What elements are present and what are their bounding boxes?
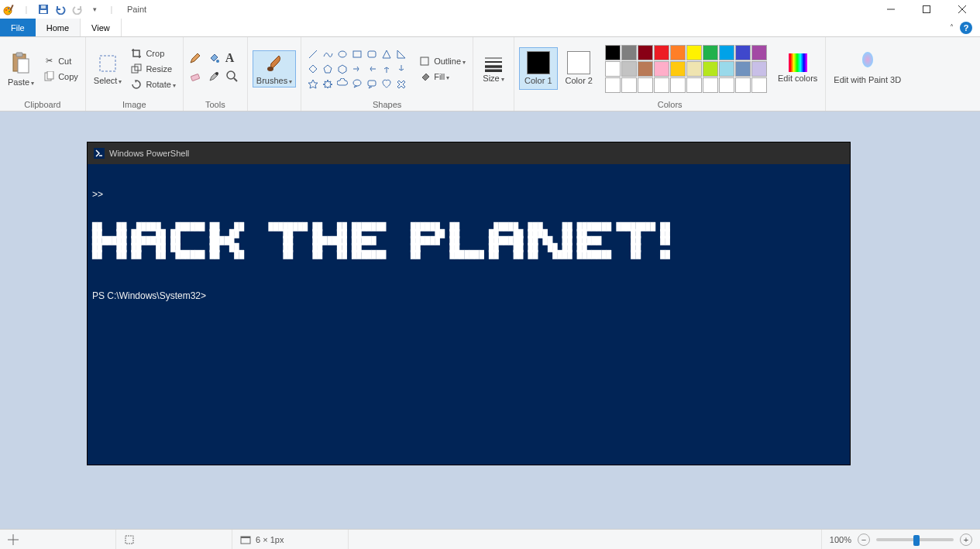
cut-button[interactable]: ✂Cut <box>40 54 81 68</box>
color-swatch[interactable] <box>719 77 734 93</box>
color-swatch[interactable] <box>703 61 718 77</box>
selection-icon <box>124 534 135 545</box>
color-swatch[interactable] <box>621 61 637 77</box>
crosshair-icon <box>8 534 19 545</box>
svg-rect-17 <box>100 56 115 71</box>
qat-customize-icon[interactable]: ▾ <box>88 3 101 15</box>
zoom-slider[interactable] <box>876 538 954 541</box>
outline-icon <box>418 55 431 67</box>
color-swatch[interactable] <box>686 61 702 77</box>
color-swatch[interactable] <box>703 77 718 93</box>
group-paint3d: Edit with Paint 3D <box>826 37 909 111</box>
color-swatch[interactable] <box>735 77 751 93</box>
svg-line-24 <box>234 78 237 81</box>
color-swatch[interactable] <box>751 61 767 77</box>
svg-rect-7 <box>41 5 46 9</box>
shape-fill-button[interactable]: Fill <box>416 70 468 84</box>
fill-tool[interactable] <box>207 51 224 68</box>
magnifier-tool[interactable] <box>225 70 242 87</box>
zoom-level: 100% <box>830 535 851 544</box>
paint-app-icon <box>3 3 15 15</box>
help-icon[interactable]: ? <box>960 22 972 34</box>
ribbon-collapse-icon[interactable]: ˄ <box>950 23 954 32</box>
color-swatch[interactable] <box>751 45 767 60</box>
tab-view[interactable]: View <box>81 19 122 36</box>
copy-icon <box>43 70 55 83</box>
rotate-button[interactable]: Rotate <box>128 77 177 91</box>
zoom-out-button[interactable]: − <box>858 534 870 546</box>
color-swatch[interactable] <box>751 77 767 93</box>
window-title: Paint <box>127 5 146 14</box>
eraser-tool[interactable] <box>188 70 205 87</box>
svg-point-37 <box>353 80 361 86</box>
edit-colors-button[interactable]: Edit colors <box>775 52 820 84</box>
color-swatch[interactable] <box>670 61 686 77</box>
color1-button[interactable]: Color 1 <box>519 47 557 89</box>
group-colors: Color 1 Color 2 Edit colors Colors <box>514 37 826 111</box>
color-swatch[interactable] <box>686 77 702 93</box>
minimize-button[interactable] <box>873 0 909 19</box>
brushes-button[interactable]: Brushes <box>253 50 296 87</box>
color-swatch[interactable] <box>605 61 621 77</box>
rainbow-icon <box>789 53 807 72</box>
color-swatch[interactable] <box>719 45 734 60</box>
color-swatch[interactable] <box>735 61 751 77</box>
tab-home[interactable]: Home <box>36 19 81 36</box>
color-swatch[interactable] <box>638 77 653 93</box>
svg-rect-21 <box>191 74 199 81</box>
color-swatch[interactable] <box>735 45 751 60</box>
color-swatch[interactable] <box>654 77 669 93</box>
color-swatch[interactable] <box>638 45 653 60</box>
color-swatch[interactable] <box>654 45 669 60</box>
selection-size-cell <box>116 530 232 549</box>
undo-icon[interactable] <box>54 3 67 15</box>
svg-rect-49 <box>126 536 133 544</box>
color-swatch[interactable] <box>703 45 718 60</box>
size-button[interactable]: Size <box>478 53 509 84</box>
svg-marker-34 <box>339 65 346 74</box>
color-swatch[interactable] <box>654 61 669 77</box>
group-shapes: Outline Fill Shapes <box>301 37 473 111</box>
svg-rect-14 <box>18 59 29 73</box>
canvas-area[interactable]: Windows PowerShell >> ██ ██ █████ ██████… <box>0 112 980 529</box>
shape-outline-button[interactable]: Outline <box>416 54 468 68</box>
svg-marker-33 <box>324 65 332 73</box>
resize-button[interactable]: Resize <box>128 62 177 76</box>
zoom-in-button[interactable]: + <box>960 534 972 546</box>
svg-marker-31 <box>397 50 405 58</box>
color-swatch[interactable] <box>605 45 621 60</box>
text-tool[interactable]: A <box>225 51 242 68</box>
pencil-tool[interactable] <box>188 51 205 68</box>
redo-icon[interactable] <box>71 3 84 15</box>
color-swatch[interactable] <box>621 45 637 60</box>
select-button[interactable]: Select <box>91 51 126 87</box>
color-swatch[interactable] <box>605 77 621 93</box>
svg-point-27 <box>339 51 346 57</box>
color2-button[interactable]: Color 2 <box>561 48 597 88</box>
color-swatch[interactable] <box>719 61 734 77</box>
crop-button[interactable]: Crop <box>128 46 177 60</box>
svg-rect-28 <box>353 51 361 57</box>
copy-button[interactable]: Copy <box>40 70 81 84</box>
paste-button[interactable]: Paste <box>5 50 37 88</box>
maximize-button[interactable] <box>909 0 944 19</box>
crop-icon <box>130 47 143 60</box>
color-swatch[interactable] <box>670 45 686 60</box>
color-swatch[interactable] <box>670 77 686 93</box>
save-icon[interactable] <box>37 3 50 15</box>
svg-line-26 <box>309 50 317 58</box>
tab-file[interactable]: File <box>0 19 36 36</box>
color-swatch[interactable] <box>621 77 637 93</box>
resize-icon <box>130 63 143 75</box>
shapes-gallery[interactable] <box>306 47 408 91</box>
picker-tool[interactable] <box>207 70 224 87</box>
group-brushes: Brushes <box>248 37 301 111</box>
svg-rect-16 <box>47 71 53 79</box>
svg-marker-35 <box>308 80 318 88</box>
color-swatch[interactable] <box>686 45 702 60</box>
paint3d-button[interactable]: Edit with Paint 3D <box>830 50 904 86</box>
close-button[interactable] <box>944 0 980 19</box>
svg-marker-36 <box>323 80 332 88</box>
svg-marker-30 <box>383 50 390 58</box>
color-swatch[interactable] <box>638 61 653 77</box>
